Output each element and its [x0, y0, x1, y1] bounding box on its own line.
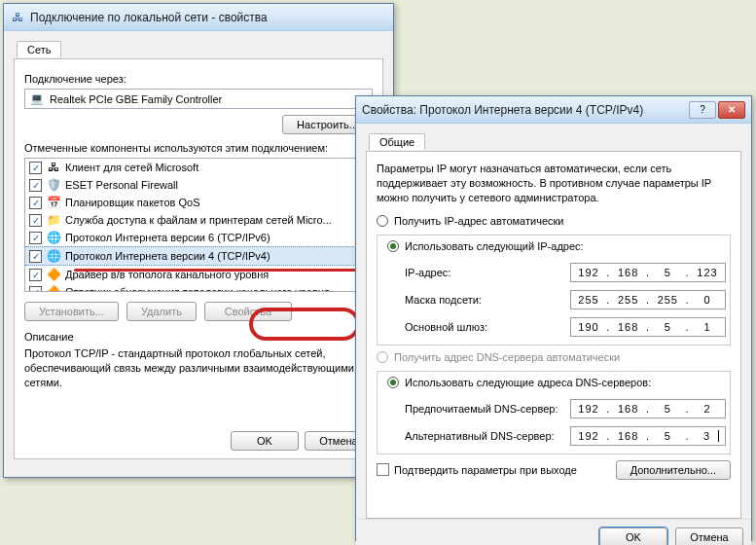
list-item[interactable]: ✓📅Планировщик пакетов QoS: [25, 194, 372, 211]
intro-text: Параметры IP могут назначаться автоматич…: [377, 162, 731, 205]
description-heading: Описание: [24, 331, 373, 343]
topology-icon: 🔶: [46, 267, 61, 282]
checkbox-icon[interactable]: ✓: [29, 179, 42, 192]
ip-address-input[interactable]: 192.168.5.123: [570, 263, 726, 282]
checkbox-icon[interactable]: ✓: [29, 214, 42, 227]
cancel-button[interactable]: Отмена: [675, 527, 743, 545]
properties-button[interactable]: Свойства: [204, 302, 292, 321]
ipv6-icon: 🌐: [46, 230, 61, 245]
annotation-underline: [74, 269, 356, 272]
titlebar[interactable]: 🖧 Подключение по локальной сети - свойст…: [4, 4, 393, 31]
gateway-input[interactable]: 190.168.5.1: [570, 317, 726, 337]
radio-auto-ip-label: Получить IP-адрес автоматически: [394, 215, 563, 227]
item-label: Протокол Интернета версии 4 (TCP/IPv4): [65, 250, 270, 262]
radio-use-ip[interactable]: [387, 240, 399, 252]
item-label: Протокол Интернета версии 6 (TCP/IPv6): [65, 232, 270, 243]
checkbox-icon[interactable]: ✓: [29, 250, 42, 263]
list-item[interactable]: ✓🛡️ESET Personal Firewall: [25, 176, 372, 194]
confirm-on-exit[interactable]: Подтвердить параметры при выходе: [377, 463, 577, 476]
dns2-label: Альтернативный DNS-сервер:: [405, 430, 570, 442]
ipv4-icon: 🌐: [46, 248, 61, 264]
preferred-dns-input[interactable]: 192.168.5.2: [570, 399, 726, 418]
checkbox-icon[interactable]: ✓: [29, 286, 42, 293]
radio-auto-dns: [377, 351, 388, 363]
adapter-name: Realtek PCIe GBE Family Controller: [50, 93, 222, 105]
subnet-mask-input[interactable]: 255.255.255.0: [570, 290, 726, 309]
checkbox-icon[interactable]: ✓: [29, 197, 42, 209]
confirm-label: Подтвердить параметры при выходе: [394, 464, 577, 476]
alternate-dns-input[interactable]: 192.168.5.3: [570, 426, 726, 446]
firewall-icon: 🛡️: [46, 177, 61, 193]
radio-auto-dns-label: Получить адрес DNS-сервера автоматически: [394, 351, 620, 363]
item-label: ESET Personal Firewall: [65, 179, 178, 191]
item-label: Клиент для сетей Microsoft: [65, 162, 198, 173]
tab-network[interactable]: Сеть: [17, 41, 61, 57]
ip-label: IP-адрес:: [405, 267, 570, 278]
item-label: Ответчик обнаружения топологии канальног…: [65, 286, 330, 292]
checkbox-icon[interactable]: [377, 463, 389, 476]
radio-auto-ip[interactable]: [377, 215, 388, 227]
install-button[interactable]: Установить...: [24, 302, 119, 321]
window-title: Подключение по локальной сети - свойства: [30, 11, 387, 24]
radio-use-dns[interactable]: [387, 377, 399, 388]
components-label: Отмеченные компоненты используются этим …: [24, 142, 373, 154]
ipv4-properties-window: Свойства: Протокол Интернета версии 4 (T…: [355, 95, 752, 541]
close-button[interactable]: ✕: [718, 101, 745, 119]
ok-button[interactable]: OK: [231, 431, 299, 451]
list-item-selected[interactable]: ✓🌐Протокол Интернета версии 4 (TCP/IPv4): [25, 246, 372, 266]
ok-button[interactable]: OK: [599, 527, 667, 545]
window-title: Свойства: Протокол Интернета версии 4 (T…: [362, 103, 689, 117]
gateway-label: Основной шлюз:: [405, 321, 570, 333]
titlebar[interactable]: Свойства: Протокол Интернета версии 4 (T…: [356, 96, 751, 124]
help-button[interactable]: ?: [689, 101, 716, 119]
description-text: Протокол TCP/IP - стандартный протокол г…: [24, 346, 373, 390]
item-label: Служба доступа к файлам и принтерам сете…: [65, 214, 332, 226]
lan-properties-window: 🖧 Подключение по локальной сети - свойст…: [3, 3, 394, 478]
qos-icon: 📅: [46, 195, 61, 210]
network-icon: 🖧: [10, 10, 25, 25]
list-item[interactable]: ✓📁Служба доступа к файлам и принтерам се…: [25, 211, 372, 229]
checkbox-icon[interactable]: ✓: [29, 269, 42, 281]
mask-label: Маска подсети:: [405, 294, 570, 306]
tab-general[interactable]: Общие: [369, 133, 425, 150]
topology-icon: 🔶: [46, 284, 61, 292]
item-label: Планировщик пакетов QoS: [65, 197, 200, 208]
connect-through-label: Подключение через:: [24, 73, 373, 85]
fileshare-icon: 📁: [46, 212, 61, 228]
adapter-icon: 💻: [30, 92, 44, 105]
checkbox-icon[interactable]: ✓: [29, 162, 42, 174]
components-list[interactable]: ✓🖧Клиент для сетей Microsoft ✓🛡️ESET Per…: [24, 158, 373, 292]
dns1-label: Предпочитаемый DNS-сервер:: [405, 403, 570, 415]
advanced-button[interactable]: Дополнительно...: [616, 460, 731, 480]
radio-use-ip-label: Использовать следующий IP-адрес:: [405, 240, 584, 252]
list-item[interactable]: ✓🔶Ответчик обнаружения топологии канальн…: [25, 283, 372, 292]
remove-button[interactable]: Удалить: [126, 302, 197, 321]
list-item[interactable]: ✓🖧Клиент для сетей Microsoft: [25, 159, 372, 176]
radio-use-dns-label: Использовать следующие адреса DNS-сервер…: [405, 377, 651, 388]
checkbox-icon[interactable]: ✓: [29, 232, 42, 244]
client-icon: 🖧: [46, 160, 61, 175]
adapter-field: 💻 Realtek PCIe GBE Family Controller: [24, 89, 373, 109]
list-item[interactable]: ✓🌐Протокол Интернета версии 6 (TCP/IPv6): [25, 229, 372, 246]
